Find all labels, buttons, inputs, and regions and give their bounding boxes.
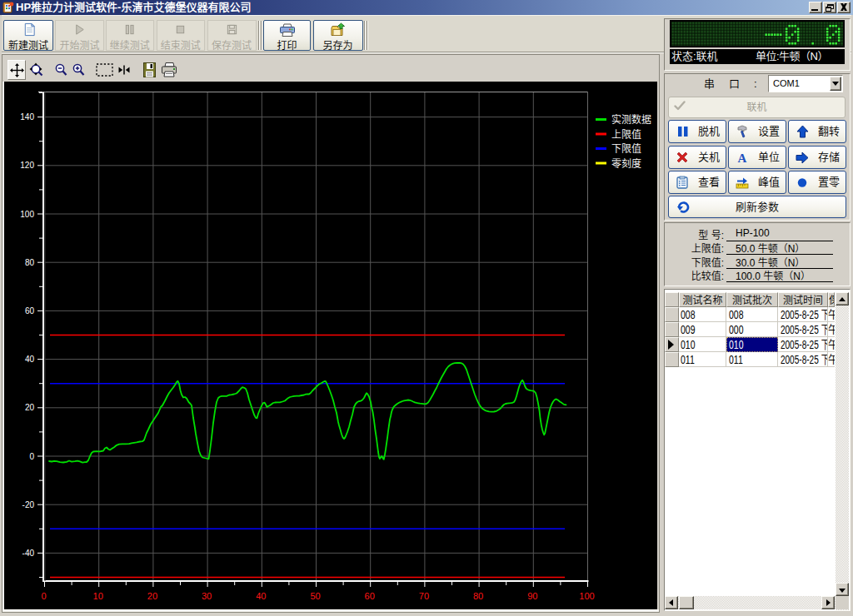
svg-text:A: A [738,152,747,164]
svg-text:20: 20 [147,591,157,601]
svg-text:-20: -20 [22,500,35,509]
svg-text:40: 40 [256,591,266,601]
svg-text:20: 20 [25,403,35,412]
svg-text:零刻度: 零刻度 [611,157,641,170]
svg-text:上限值: 上限值 [611,129,641,141]
svg-text:120: 120 [20,161,34,170]
svg-text:60: 60 [365,591,375,601]
svg-text:下限值: 下限值 [611,143,641,155]
svg-text:实测数据: 实测数据 [611,113,651,126]
svg-text:100: 100 [579,591,594,601]
svg-text:100: 100 [20,210,34,219]
svg-text:0: 0 [29,452,34,461]
svg-text:140: 140 [20,112,34,122]
svg-text:80: 80 [25,258,35,267]
svg-text:70: 70 [419,591,429,601]
svg-text:-40: -40 [22,549,35,558]
svg-text:90: 90 [527,591,537,601]
svg-text:80: 80 [473,591,483,601]
svg-text:50: 50 [310,591,320,601]
svg-text:30: 30 [202,591,212,601]
svg-text:40: 40 [25,355,35,364]
svg-text:10: 10 [93,591,103,601]
svg-text:60: 60 [25,306,35,315]
svg-text:0: 0 [41,591,46,601]
